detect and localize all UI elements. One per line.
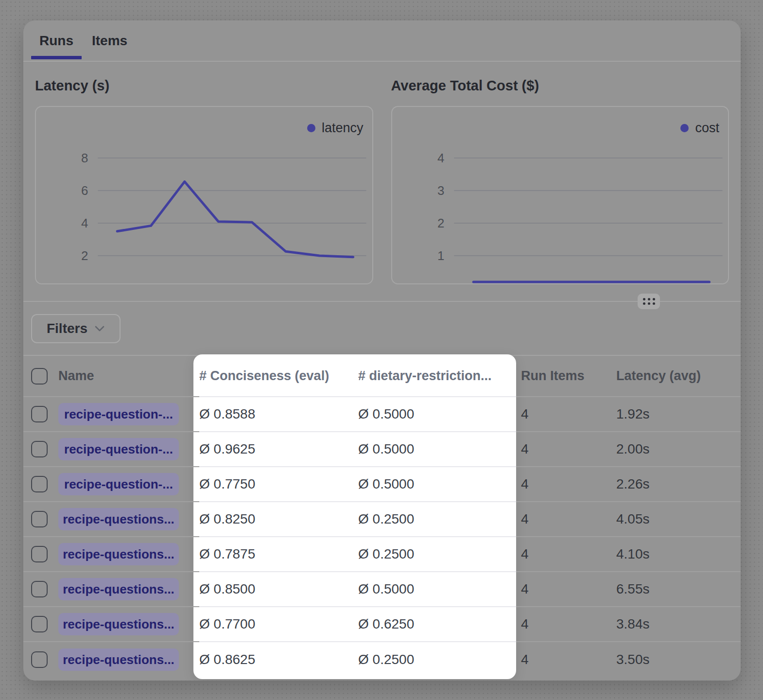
run-name-badge[interactable]: recipe-questions... — [58, 613, 179, 635]
svg-text:4: 4 — [81, 216, 88, 230]
run-items-count: 4 — [521, 406, 529, 422]
resize-handle-icon[interactable] — [638, 294, 660, 309]
latency-avg: 3.50s — [616, 652, 650, 667]
row-checkbox[interactable] — [31, 406, 48, 422]
table-row: recipe-questions...Ø 0.8500Ø 0.500046.55… — [23, 572, 741, 607]
tab-runs-label: Runs — [39, 33, 73, 49]
latency-legend-dot-icon — [307, 124, 315, 132]
latency-chart-card: Latency (s) 8642 latency — [35, 62, 373, 301]
charts-section: Latency (s) 8642 latency Average Total C… — [23, 62, 741, 302]
table-body: recipe-question-...Ø 0.8588Ø 0.500041.92… — [23, 397, 741, 677]
latency-chart: 8642 latency — [35, 106, 373, 284]
dietary-score: Ø 0.2500 — [358, 546, 414, 562]
column-header-name: Name — [58, 368, 94, 384]
active-tab-underline — [31, 56, 82, 59]
svg-text:8: 8 — [81, 151, 88, 165]
dietary-score: Ø 0.5000 — [358, 441, 414, 457]
svg-text:2: 2 — [437, 216, 444, 230]
dietary-score: Ø 0.5000 — [358, 581, 414, 597]
run-name-badge[interactable]: recipe-questions... — [58, 543, 179, 565]
run-name-badge[interactable]: recipe-question-... — [58, 473, 179, 495]
table-row: recipe-question-...Ø 0.9625Ø 0.500042.00… — [23, 432, 741, 467]
dietary-score: Ø 0.5000 — [358, 476, 414, 492]
run-name-badge[interactable]: recipe-question-... — [58, 403, 179, 425]
run-items-count: 4 — [521, 616, 529, 632]
conciseness-score: Ø 0.8588 — [199, 406, 255, 422]
filters-button[interactable]: Filters — [31, 314, 121, 343]
run-name-badge[interactable]: recipe-questions... — [58, 508, 179, 530]
latency-avg: 6.55s — [616, 581, 650, 597]
svg-text:2: 2 — [81, 249, 88, 262]
row-checkbox[interactable] — [31, 651, 48, 668]
table-row: recipe-questions...Ø 0.7875Ø 0.250044.10… — [23, 537, 741, 572]
latency-avg: 2.26s — [616, 476, 650, 492]
tab-items-label: Items — [92, 33, 127, 49]
latency-avg: 4.10s — [616, 546, 650, 562]
row-checkbox[interactable] — [31, 441, 48, 457]
latency-avg: 2.00s — [616, 441, 650, 457]
conciseness-score: Ø 0.7750 — [199, 476, 255, 492]
table-header: Name # Conciseness (eval) # dietary-rest… — [23, 356, 741, 397]
row-checkbox[interactable] — [31, 581, 48, 597]
conciseness-score: Ø 0.7875 — [199, 546, 255, 562]
row-checkbox[interactable] — [31, 476, 48, 492]
select-all-checkbox[interactable] — [31, 368, 48, 385]
dietary-score: Ø 0.5000 — [358, 406, 414, 422]
latency-legend: latency — [307, 121, 364, 136]
table-row: recipe-questions...Ø 0.7700Ø 0.625043.84… — [23, 607, 741, 642]
conciseness-score: Ø 0.9625 — [199, 441, 255, 457]
cost-legend: cost — [680, 121, 719, 136]
dietary-score: Ø 0.2500 — [358, 652, 414, 667]
dietary-score: Ø 0.6250 — [358, 616, 414, 632]
latency-avg: 1.92s — [616, 406, 650, 422]
dietary-score: Ø 0.2500 — [358, 511, 414, 527]
cost-legend-label: cost — [695, 121, 719, 136]
svg-text:6: 6 — [81, 184, 88, 197]
column-header-conciseness: # Conciseness (eval) — [199, 368, 329, 384]
chevron-down-icon — [94, 325, 105, 332]
column-header-run-items: Run Items — [521, 368, 585, 384]
run-items-count: 4 — [521, 441, 529, 457]
run-name-badge[interactable]: recipe-questions... — [58, 578, 179, 600]
run-items-count: 4 — [521, 476, 529, 492]
table-row: recipe-question-...Ø 0.8588Ø 0.500041.92… — [23, 397, 741, 432]
runs-panel: Runs Items Latency (s) 8642 latency Aver… — [23, 20, 741, 681]
run-items-count: 4 — [521, 511, 529, 527]
tab-items[interactable]: Items — [84, 20, 136, 61]
table-row: recipe-question-...Ø 0.7750Ø 0.500042.26… — [23, 467, 741, 502]
run-items-count: 4 — [521, 652, 529, 667]
latency-legend-label: latency — [322, 121, 364, 136]
runs-table: Name # Conciseness (eval) # dietary-rest… — [23, 356, 741, 677]
column-header-latency-avg: Latency (avg) — [616, 368, 701, 384]
run-items-count: 4 — [521, 546, 529, 562]
tab-bar: Runs Items — [23, 20, 741, 62]
row-checkbox[interactable] — [31, 511, 48, 527]
filters-button-label: Filters — [47, 321, 87, 336]
run-name-badge[interactable]: recipe-question-... — [58, 438, 179, 460]
conciseness-score: Ø 0.7700 — [199, 616, 255, 632]
cost-legend-dot-icon — [680, 124, 689, 132]
column-header-dietary-restriction: # dietary-restriction... — [358, 368, 492, 384]
row-checkbox[interactable] — [31, 616, 48, 632]
row-checkbox[interactable] — [31, 546, 48, 562]
run-items-count: 4 — [521, 581, 529, 597]
cost-chart: 4321 cost — [391, 106, 729, 284]
cost-chart-card: Average Total Cost ($) 4321 cost — [391, 62, 729, 301]
latency-avg: 3.84s — [616, 616, 650, 632]
cost-chart-title: Average Total Cost ($) — [391, 78, 539, 94]
run-name-badge[interactable]: recipe-questions... — [58, 648, 179, 671]
cost-line-chart: 4321 — [392, 107, 728, 283]
table-row: recipe-questions...Ø 0.8250Ø 0.250044.05… — [23, 502, 741, 537]
conciseness-score: Ø 0.8500 — [199, 581, 255, 597]
table-row: recipe-questions...Ø 0.8625Ø 0.250043.50… — [23, 642, 741, 677]
svg-text:3: 3 — [437, 184, 444, 197]
latency-chart-title: Latency (s) — [35, 78, 109, 94]
svg-text:4: 4 — [437, 151, 444, 165]
filters-section: Filters — [23, 302, 741, 356]
latency-avg: 4.05s — [616, 511, 650, 527]
conciseness-score: Ø 0.8250 — [199, 511, 255, 527]
tab-runs[interactable]: Runs — [31, 20, 82, 61]
conciseness-score: Ø 0.8625 — [199, 652, 255, 667]
svg-text:1: 1 — [437, 249, 444, 262]
